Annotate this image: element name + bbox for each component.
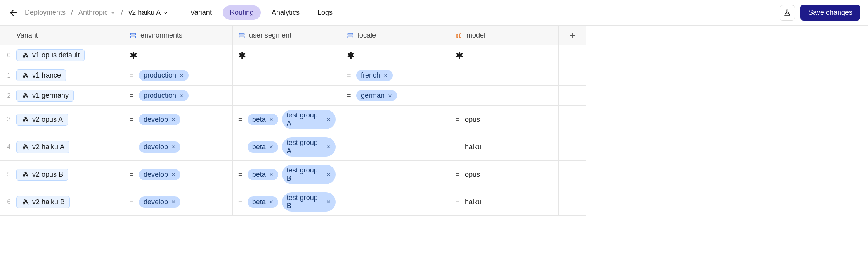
- remove-tag-button[interactable]: [171, 117, 176, 122]
- column-header-locale[interactable]: locale: [341, 26, 450, 45]
- environments-cell[interactable]: =develop: [124, 188, 233, 216]
- remove-tag-button[interactable]: [326, 200, 331, 204]
- filter-tag[interactable]: beta: [248, 141, 278, 153]
- locale-cell[interactable]: ✱: [341, 45, 450, 65]
- filter-tag[interactable]: develop: [139, 196, 180, 208]
- locale-cell[interactable]: [341, 106, 450, 133]
- column-header-model[interactable]: model: [450, 26, 559, 45]
- remove-tag-button[interactable]: [269, 117, 274, 122]
- filter-tag[interactable]: beta: [248, 196, 278, 208]
- filter-tag[interactable]: test group A: [282, 110, 336, 129]
- save-button[interactable]: Save changes: [800, 5, 860, 21]
- variant-chip[interactable]: v2 opus B: [16, 169, 68, 181]
- model-cell[interactable]: =haiku: [450, 133, 559, 161]
- extra-cell[interactable]: [559, 188, 586, 216]
- remove-tag-button[interactable]: [326, 117, 331, 122]
- remove-tag-button[interactable]: [179, 73, 184, 78]
- variant-cell[interactable]: 5v2 opus B: [0, 161, 124, 188]
- filter-tag[interactable]: production: [139, 90, 189, 101]
- variant-chip[interactable]: v1 germany: [16, 90, 74, 102]
- extra-cell[interactable]: [559, 133, 586, 161]
- filter-value: opus: [465, 115, 480, 124]
- variant-cell[interactable]: 0v1 opus default: [0, 45, 124, 65]
- variant-cell[interactable]: 6v2 haiku B: [0, 188, 124, 216]
- remove-tag-button[interactable]: [326, 145, 331, 149]
- remove-tag-button[interactable]: [269, 172, 274, 177]
- model-cell[interactable]: [450, 65, 559, 86]
- remove-tag-button[interactable]: [179, 93, 184, 98]
- back-button[interactable]: [8, 7, 19, 19]
- column-header-environments[interactable]: environments: [124, 26, 233, 45]
- model-cell[interactable]: =opus: [450, 106, 559, 133]
- locale-cell[interactable]: =french: [341, 65, 450, 86]
- locale-cell[interactable]: [341, 161, 450, 188]
- model-cell[interactable]: [450, 86, 559, 106]
- experiment-button[interactable]: [780, 5, 795, 21]
- remove-tag-button[interactable]: [171, 145, 176, 149]
- filter-tag[interactable]: develop: [139, 169, 180, 180]
- breadcrumb-org[interactable]: Anthropic: [78, 9, 116, 17]
- locale-cell[interactable]: =german: [341, 86, 450, 106]
- remove-tag-button[interactable]: [171, 200, 176, 204]
- variant-cell[interactable]: 3v2 opus A: [0, 106, 124, 133]
- variant-chip[interactable]: v1 opus default: [16, 49, 85, 61]
- environments-cell[interactable]: ✱: [124, 45, 233, 65]
- user-segment-cell[interactable]: [233, 65, 341, 86]
- filter-tag[interactable]: develop: [139, 114, 180, 125]
- remove-tag-button[interactable]: [269, 145, 274, 149]
- environments-cell[interactable]: =develop: [124, 161, 233, 188]
- filter-tag[interactable]: beta: [248, 169, 278, 180]
- user-segment-cell[interactable]: =betatest group A: [233, 106, 341, 133]
- tab-variant[interactable]: Variant: [183, 5, 219, 20]
- user-segment-cell[interactable]: [233, 86, 341, 106]
- breadcrumb-current[interactable]: v2 haiku A: [128, 9, 168, 17]
- environments-cell[interactable]: =production: [124, 86, 233, 106]
- environments-cell[interactable]: =develop: [124, 106, 233, 133]
- user-segment-cell[interactable]: =betatest group A: [233, 133, 341, 161]
- filter-tag[interactable]: test group A: [282, 137, 336, 157]
- remove-tag-button[interactable]: [269, 200, 274, 204]
- model-cell[interactable]: ✱: [450, 45, 559, 65]
- locale-cell[interactable]: [341, 188, 450, 216]
- tag-label: develop: [144, 198, 168, 206]
- filter-tag[interactable]: french: [356, 70, 393, 81]
- extra-cell[interactable]: [559, 161, 586, 188]
- user-segment-icon: [238, 32, 245, 39]
- user-segment-cell[interactable]: =betatest group B: [233, 188, 341, 216]
- user-segment-cell[interactable]: =betatest group B: [233, 161, 341, 188]
- variant-cell[interactable]: 2v1 germany: [0, 86, 124, 106]
- extra-cell[interactable]: [559, 106, 586, 133]
- variant-cell[interactable]: 4v2 haiku A: [0, 133, 124, 161]
- locale-cell[interactable]: [341, 133, 450, 161]
- extra-cell[interactable]: [559, 86, 586, 106]
- filter-tag[interactable]: test group B: [282, 192, 336, 212]
- remove-tag-button[interactable]: [171, 172, 176, 177]
- add-column-button[interactable]: [559, 26, 586, 45]
- user-segment-cell[interactable]: ✱: [233, 45, 341, 65]
- filter-tag[interactable]: german: [356, 90, 397, 101]
- filter-tag[interactable]: production: [139, 70, 189, 81]
- breadcrumb-deployments[interactable]: Deployments: [25, 9, 66, 17]
- variant-chip[interactable]: v2 haiku A: [16, 141, 69, 153]
- variant-chip[interactable]: v2 haiku B: [16, 196, 70, 208]
- extra-cell[interactable]: [559, 65, 586, 86]
- variant-cell[interactable]: 1v1 france: [0, 65, 124, 86]
- environments-cell[interactable]: =production: [124, 65, 233, 86]
- column-header-user-segment[interactable]: user segment: [233, 26, 341, 45]
- model-cell[interactable]: =haiku: [450, 188, 559, 216]
- column-header-variant[interactable]: Variant: [0, 26, 124, 45]
- model-cell[interactable]: =opus: [450, 161, 559, 188]
- tab-logs[interactable]: Logs: [310, 5, 340, 20]
- variant-chip[interactable]: v2 opus A: [16, 114, 68, 126]
- extra-cell[interactable]: [559, 45, 586, 65]
- filter-tag[interactable]: beta: [248, 114, 278, 125]
- environments-cell[interactable]: =develop: [124, 133, 233, 161]
- remove-tag-button[interactable]: [326, 172, 331, 177]
- remove-tag-button[interactable]: [388, 93, 392, 98]
- tab-analytics[interactable]: Analytics: [265, 5, 307, 20]
- tab-routing[interactable]: Routing: [223, 5, 261, 20]
- filter-tag[interactable]: test group B: [282, 165, 336, 184]
- remove-tag-button[interactable]: [383, 73, 388, 78]
- variant-chip[interactable]: v1 france: [16, 69, 66, 81]
- filter-tag[interactable]: develop: [139, 141, 180, 153]
